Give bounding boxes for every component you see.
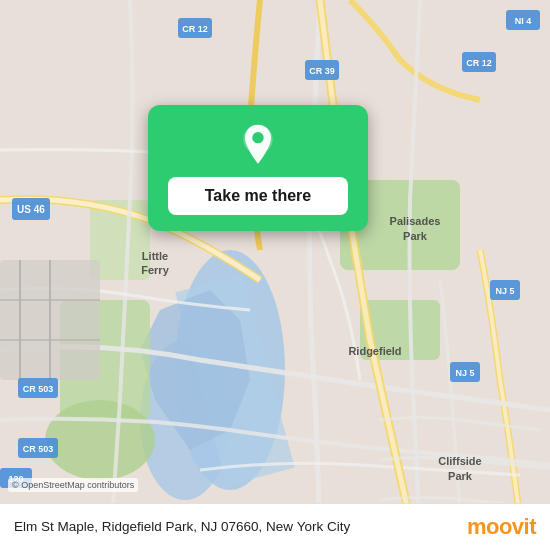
location-pin-icon <box>236 123 280 167</box>
svg-text:Palisades: Palisades <box>390 215 441 227</box>
address-text: Elm St Maple, Ridgefield Park, NJ 07660,… <box>14 518 457 537</box>
svg-text:NI 4: NI 4 <box>515 16 532 26</box>
svg-text:CR 12: CR 12 <box>466 58 492 68</box>
svg-text:Park: Park <box>403 230 428 242</box>
svg-text:Cliffside: Cliffside <box>438 455 481 467</box>
moovit-logo: moovit <box>467 516 536 538</box>
svg-text:US 46: US 46 <box>17 204 45 215</box>
svg-point-9 <box>45 400 155 480</box>
svg-text:CR 503: CR 503 <box>23 384 54 394</box>
map-container: CR 12 CR 39 CR 12 NI 4 US 46 NJ 5 CR 503… <box>0 0 550 550</box>
map-attribution: © OpenStreetMap contributors <box>8 478 138 492</box>
svg-text:CR 503: CR 503 <box>23 444 54 454</box>
svg-text:Little: Little <box>142 250 168 262</box>
bottom-bar: Elm St Maple, Ridgefield Park, NJ 07660,… <box>0 503 550 550</box>
map-background: CR 12 CR 39 CR 12 NI 4 US 46 NJ 5 CR 503… <box>0 0 550 550</box>
svg-text:CR 39: CR 39 <box>309 66 335 76</box>
svg-text:Ferry: Ferry <box>141 264 169 276</box>
take-me-there-button[interactable]: Take me there <box>168 177 348 215</box>
svg-text:NJ 5: NJ 5 <box>495 286 514 296</box>
svg-text:Park: Park <box>448 470 473 482</box>
moovit-brand-text: moovit <box>467 516 536 538</box>
svg-point-43 <box>252 132 263 143</box>
svg-text:NJ 5: NJ 5 <box>455 368 474 378</box>
svg-text:CR 12: CR 12 <box>182 24 208 34</box>
popup-card: Take me there <box>148 105 368 231</box>
svg-text:Ridgefield: Ridgefield <box>348 345 401 357</box>
